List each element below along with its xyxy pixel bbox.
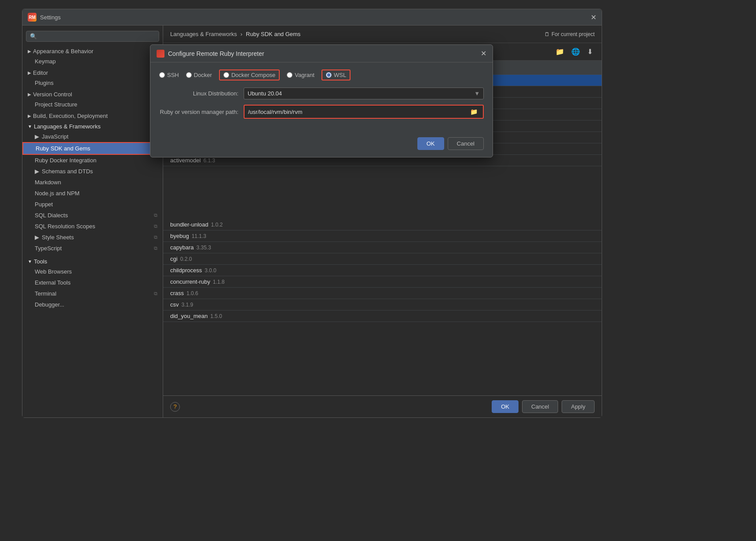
gem-name: activemodel	[170, 157, 201, 164]
radio-wsl[interactable]: WSL	[326, 72, 346, 78]
configure-remote-dialog: Configure Remote Ruby Interpreter ✕ SSH …	[150, 44, 493, 157]
sidebar-item-label: Tools	[34, 258, 47, 265]
cancel-button[interactable]: Cancel	[522, 400, 558, 413]
radio-vagrant-label: Vagrant	[295, 72, 314, 78]
sidebar-item-label: Debugger...	[35, 301, 64, 308]
sidebar-item-keymap[interactable]: Keymap	[22, 56, 163, 67]
globe-icon-button[interactable]: 🌐	[570, 47, 582, 57]
sidebar-item-puppet[interactable]: Puppet	[22, 199, 163, 210]
path-browse-button[interactable]: 📁	[468, 107, 479, 116]
sidebar-item-label: Appearance & Behavior	[33, 48, 93, 55]
gem-entry[interactable]: childprocess 3.0.0	[163, 265, 602, 276]
gem-name: byebug	[170, 233, 189, 239]
sidebar-item-javascript[interactable]: ▶ JavaScript	[22, 131, 163, 142]
gem-version: 3.1.9	[182, 302, 194, 308]
gem-entry[interactable]: csv 3.1.9	[163, 299, 602, 311]
radio-vagrant[interactable]: Vagrant	[287, 72, 314, 78]
radio-docker[interactable]: Docker	[186, 72, 212, 78]
gem-entry[interactable]: cgi 0.2.0	[163, 253, 602, 265]
app-icon: RM	[28, 13, 37, 22]
sidebar-item-label: Ruby Docker Integration	[35, 157, 96, 164]
sidebar-item-editor[interactable]: ▶ Editor	[22, 67, 163, 77]
gem-version: 1.0.6	[186, 290, 198, 296]
gem-entry[interactable]: byebug 11.1.3	[163, 230, 602, 242]
radio-docker-compose-label: Docker Compose	[231, 72, 275, 78]
sidebar-item-web-browsers[interactable]: Web Browsers	[22, 266, 163, 277]
download-icon-button[interactable]: ⬇	[585, 47, 595, 57]
sidebar-item-label: Languages & Frameworks	[34, 123, 101, 130]
sidebar-item-build[interactable]: ▶ Build, Execution, Deployment	[22, 110, 163, 121]
sidebar-item-nodejs[interactable]: Node.js and NPM	[22, 188, 163, 199]
sidebar-item-label: Editor	[33, 69, 48, 76]
expand-arrow: ▶	[28, 92, 31, 97]
ok-button[interactable]: OK	[492, 400, 519, 413]
gem-entry[interactable]: bundler-unload 1.0.2	[163, 219, 602, 230]
sidebar-item-markdown[interactable]: Markdown	[22, 177, 163, 188]
folder-icon-button[interactable]: 📁	[554, 47, 566, 57]
radio-docker-input[interactable]	[186, 72, 192, 78]
gem-version: 3.0.0	[205, 267, 216, 274]
help-button[interactable]: ?	[170, 402, 180, 412]
radio-docker-compose-input[interactable]	[223, 72, 229, 78]
radio-vagrant-input[interactable]	[287, 72, 292, 78]
window-close-button[interactable]: ✕	[591, 13, 596, 22]
gem-entry[interactable]: crass 1.0.6	[163, 288, 602, 299]
dialog-ok-button[interactable]: OK	[417, 137, 444, 150]
radio-wsl-input[interactable]	[326, 72, 332, 78]
radio-docker-label: Docker	[194, 72, 212, 78]
sidebar-item-sql-dialects[interactable]: SQL Dialects ⧉	[22, 210, 163, 221]
expand-arrow: ▶	[28, 113, 31, 118]
sidebar-item-debugger[interactable]: Debugger...	[22, 299, 163, 310]
path-input[interactable]	[248, 109, 468, 115]
sidebar-item-plugins[interactable]: Plugins ⧉	[22, 77, 163, 88]
expand-arrow: ▶	[28, 49, 31, 54]
wsl-highlight: WSL	[321, 69, 351, 80]
gem-version: 11.1.3	[192, 233, 206, 239]
sidebar-item-label: External Tools	[35, 279, 70, 286]
gem-entry[interactable]: did_you_mean 1.5.0	[163, 311, 602, 322]
title-bar: RM Settings ✕	[22, 9, 602, 26]
sidebar-item-schemas[interactable]: ▶ Schemas and DTDs	[22, 166, 163, 177]
sidebar-item-style-sheets[interactable]: ▶ Style Sheets ⧉	[22, 232, 163, 243]
sidebar-item-label: SQL Resolution Scopes	[35, 223, 95, 230]
sidebar-item-ruby-docker[interactable]: Ruby Docker Integration	[22, 155, 163, 166]
sidebar-item-version-control[interactable]: ▶ Version Control ⧉	[22, 88, 163, 99]
sidebar-item-external-tools[interactable]: External Tools	[22, 277, 163, 288]
sidebar-item-label: Puppet	[35, 201, 53, 208]
copy-icon: ⧉	[154, 234, 157, 240]
copy-icon: ⧉	[154, 245, 157, 251]
gem-entry[interactable]: concurrent-ruby 1.1.8	[163, 276, 602, 288]
title-bar-left: RM Settings	[28, 13, 61, 22]
sidebar-item-label: Schemas and DTDs	[42, 168, 93, 175]
dialog-cancel-button[interactable]: Cancel	[448, 137, 484, 150]
dialog-close-button[interactable]: ✕	[481, 49, 486, 58]
expand-arrow: ▶	[35, 168, 39, 175]
sidebar-item-typescript[interactable]: TypeScript ⧉	[22, 243, 163, 254]
project-tag: 🗒 For current project	[544, 31, 595, 37]
sidebar-item-languages[interactable]: ▼ Languages & Frameworks	[22, 121, 163, 131]
breadcrumb: Languages & Frameworks › Ruby SDK and Ge…	[163, 26, 602, 43]
sidebar-item-label: Plugins	[35, 80, 54, 86]
sidebar-item-appearance[interactable]: ▶ Appearance & Behavior	[22, 45, 163, 56]
radio-ssh[interactable]: SSH	[159, 72, 179, 78]
gem-spacer	[163, 166, 602, 219]
sidebar-item-tools[interactable]: ▼ Tools	[22, 256, 163, 266]
search-input[interactable]	[40, 33, 155, 40]
gem-entry[interactable]: capybara 3.35.3	[163, 242, 602, 253]
apply-button[interactable]: Apply	[562, 400, 595, 413]
sidebar-item-terminal[interactable]: Terminal ⧉	[22, 288, 163, 299]
radio-ssh-input[interactable]	[159, 72, 165, 78]
sidebar-item-project-structure[interactable]: Project Structure ⧉	[22, 99, 163, 110]
sidebar-item-label: Build, Execution, Deployment	[33, 113, 108, 119]
radio-docker-compose[interactable]: Docker Compose	[223, 72, 275, 78]
linux-distro-select[interactable]: Ubuntu 20.04 ▼	[244, 88, 484, 99]
sidebar-item-ruby-sdk[interactable]: Ruby SDK and Gems	[22, 142, 163, 155]
search-box[interactable]: 🔍	[26, 31, 159, 42]
sidebar-item-sql-resolution[interactable]: SQL Resolution Scopes ⧉	[22, 221, 163, 232]
gem-version: 6.1.3	[203, 157, 215, 164]
sidebar-item-label: Node.js and NPM	[35, 190, 80, 197]
dialog-title-bar: Configure Remote Ruby Interpreter ✕	[150, 45, 493, 62]
gem-name: crass	[170, 290, 184, 296]
expand-arrow: ▶	[28, 70, 31, 75]
sidebar-item-label: TypeScript	[35, 245, 62, 252]
